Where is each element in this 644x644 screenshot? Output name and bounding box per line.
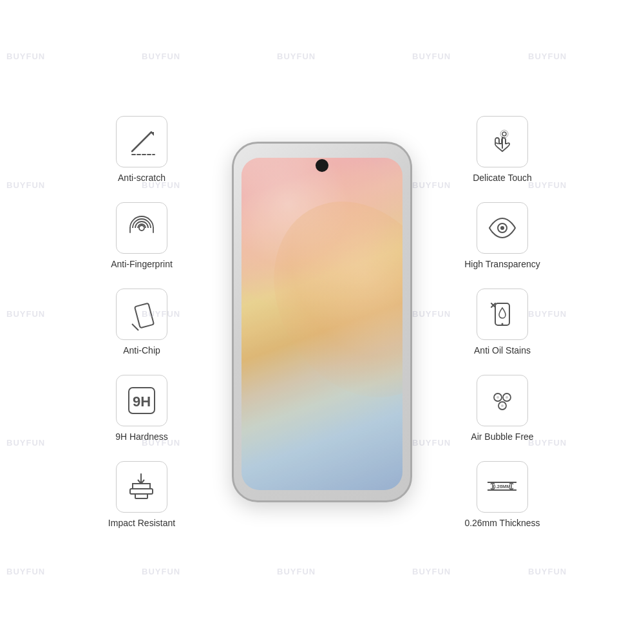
svg-rect-10: [130, 489, 153, 494]
9h-hardness-label: 9H Hardness: [115, 431, 168, 442]
feature-anti-scratch: Anti-scratch: [116, 116, 167, 183]
thickness-icon: 0.26MM: [484, 471, 520, 503]
anti-scratch-label: Anti-scratch: [118, 173, 166, 183]
high-transparency-label: High Transparency: [464, 259, 540, 269]
touch-icon: [486, 126, 518, 158]
phone-camera: [316, 159, 328, 172]
anti-oil-stains-label: Anti Oil Stains: [474, 345, 531, 355]
feature-impact-resistant: Impact Resistant: [108, 461, 175, 528]
phone-volume-down-button: [232, 276, 233, 308]
watermark: BUYFUN: [142, 567, 180, 576]
phone-mute-button: [232, 208, 233, 231]
svg-marker-2: [150, 132, 154, 136]
impact-resistant-label: Impact Resistant: [108, 518, 175, 528]
anti-scratch-icon-box: [116, 116, 167, 167]
air-bubble-free-label: Air Bubble Free: [471, 431, 533, 442]
feature-9h-hardness: 9H 9H Hardness: [115, 375, 168, 442]
svg-point-13: [502, 132, 506, 136]
watermark: BUYFUN: [412, 567, 451, 576]
watermark: BUYFUN: [6, 180, 45, 190]
svg-point-14: [500, 130, 508, 138]
phone-screen: [242, 158, 402, 490]
watermark: BUYFUN: [6, 567, 45, 576]
eye-icon: [486, 212, 518, 244]
phone-power-button: [411, 221, 412, 260]
svg-text:0.26MM: 0.26MM: [493, 484, 511, 489]
high-transparency-icon-box: [477, 202, 528, 254]
watermark: BUYFUN: [6, 309, 45, 319]
scratch-icon: [126, 126, 158, 158]
feature-air-bubble-free: Air Bubble Free: [471, 375, 533, 442]
thickness-label: 0.26mm Thickness: [464, 518, 540, 528]
feature-delicate-touch: Delicate Touch: [473, 116, 532, 183]
watermark: BUYFUN: [277, 52, 316, 61]
impact-icon: [124, 471, 159, 503]
watermark: BUYFUN: [142, 52, 180, 61]
phone-mockup: [219, 142, 425, 502]
right-features-column: Delicate Touch High Transparency: [438, 116, 567, 528]
anti-oil-stains-icon-box: [477, 289, 528, 340]
svg-rect-6: [135, 303, 154, 328]
svg-rect-17: [495, 303, 509, 325]
svg-line-0: [132, 132, 151, 151]
feature-anti-chip: Anti-Chip: [116, 289, 167, 355]
phone-body: [232, 142, 412, 502]
screen-protector-overlay: [242, 158, 402, 490]
impact-resistant-icon-box: [116, 461, 167, 513]
phone-volume-up-button: [232, 237, 233, 269]
svg-point-26: [501, 404, 504, 407]
9h-hardness-icon-box: 9H: [116, 375, 167, 426]
chip-icon: [126, 298, 158, 330]
bubbles-icon: [486, 384, 518, 417]
svg-point-24: [497, 396, 499, 399]
feature-anti-oil-stains: Anti Oil Stains: [474, 289, 531, 355]
delicate-touch-label: Delicate Touch: [473, 173, 532, 183]
svg-line-7: [132, 324, 138, 330]
svg-rect-11: [135, 494, 147, 498]
left-features-column: Anti-scratch Anti-Fingerprint: [77, 116, 206, 528]
oil-stains-icon: [486, 298, 518, 330]
svg-point-3: [139, 225, 144, 231]
watermark: BUYFUN: [528, 567, 567, 576]
watermark: BUYFUN: [412, 52, 451, 61]
watermark: BUYFUN: [6, 438, 45, 448]
watermark: BUYFUN: [528, 52, 567, 61]
watermark: BUYFUN: [6, 52, 45, 61]
svg-point-18: [502, 323, 504, 325]
watermark: BUYFUN: [277, 567, 316, 576]
page: BUYFUN BUYFUN BUYFUN BUYFUN BUYFUN BUYFU…: [0, 0, 644, 644]
air-bubble-free-icon-box: [477, 375, 528, 426]
svg-point-25: [506, 396, 508, 399]
svg-point-16: [500, 226, 504, 230]
thickness-icon-box: 0.26MM: [477, 461, 528, 513]
anti-fingerprint-icon-box: [116, 202, 167, 254]
feature-high-transparency: High Transparency: [464, 202, 540, 269]
delicate-touch-icon-box: [477, 116, 528, 167]
svg-text:9H: 9H: [133, 393, 151, 410]
anti-chip-label: Anti-Chip: [123, 345, 160, 355]
feature-thickness: 0.26MM 0.26mm Thickness: [464, 461, 540, 528]
fingerprint-icon: [126, 212, 158, 244]
feature-anti-fingerprint: Anti-Fingerprint: [111, 202, 173, 269]
anti-chip-icon-box: [116, 289, 167, 340]
anti-fingerprint-label: Anti-Fingerprint: [111, 259, 173, 269]
9h-icon: 9H: [126, 384, 158, 417]
